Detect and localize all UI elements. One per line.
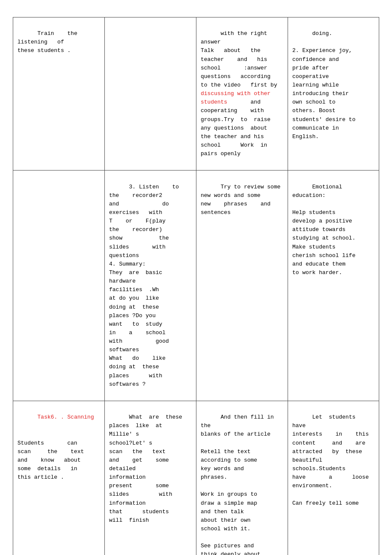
cell-r2-c3: Try to review some new words and some ne… bbox=[196, 171, 288, 401]
cell-r1-c2 bbox=[105, 17, 196, 170]
main-table: Train the listening of these students . … bbox=[13, 17, 379, 555]
cell-r1-c3: with the right answer Talk about the tea… bbox=[196, 17, 288, 170]
table-row: Train the listening of these students . … bbox=[13, 17, 379, 171]
cell-r1-c1: Train the listening of these students . bbox=[13, 17, 105, 170]
listen-recorder-text: 3. Listen to the recorder2 and do exerci… bbox=[109, 184, 179, 387]
review-words-text: Try to review some new words and some ne… bbox=[201, 184, 280, 216]
cell-r2-c2: 3. Listen to the recorder2 and do exerci… bbox=[105, 171, 196, 401]
table-row: 3. Listen to the recorder2 and do exerci… bbox=[13, 171, 379, 401]
cell-r3-c4: Let students have interests in this cont… bbox=[288, 401, 380, 555]
task6-label: Task6. . Scanning bbox=[37, 414, 94, 420]
cell-r3-c2: What are these places like at Millie' s … bbox=[105, 401, 196, 555]
train-listening-text: Train the listening of these students . bbox=[17, 30, 77, 54]
cell-r3-c1: Task6. . Scanning Students can scan the … bbox=[13, 401, 105, 555]
millie-school-text: What are these places like at Millie' s … bbox=[109, 414, 182, 523]
cell-r1-c4: doing. 2. Experience joy, confidence and… bbox=[288, 17, 380, 170]
table-row: Task6. . Scanning Students can scan the … bbox=[13, 401, 379, 555]
emotional-education-text: Emotional education: Help students devel… bbox=[292, 184, 355, 276]
doing-text: doing. 2. Experience joy, confidence and… bbox=[292, 30, 355, 140]
cell-r3-c3: And then fill in the blanks of the artic… bbox=[196, 401, 288, 555]
right-answer-text: with the right answer Talk about the tea… bbox=[201, 30, 277, 88]
let-students-text: Let students have interests in this cont… bbox=[292, 414, 369, 506]
fill-blanks-text: And then fill in the blanks of the artic… bbox=[201, 414, 277, 555]
students-scan-text: Students can scan the text and know abou… bbox=[17, 440, 84, 481]
cell-r2-c1 bbox=[13, 171, 105, 401]
cooperating-text: and cooperating with groups.Try to raise… bbox=[201, 99, 271, 157]
cell-r2-c4: Emotional education: Help students devel… bbox=[288, 171, 380, 401]
